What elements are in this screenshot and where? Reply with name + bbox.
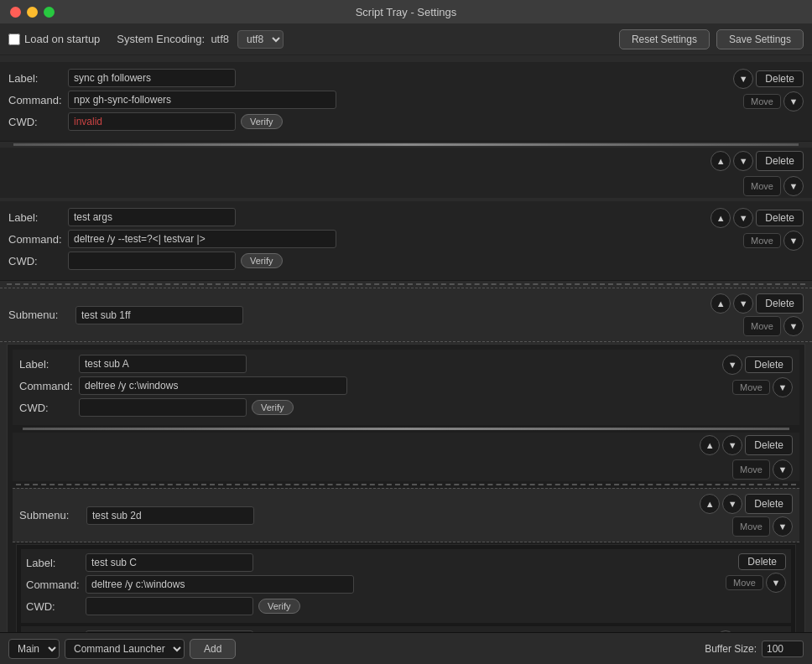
submenu-down-2[interactable]: ▼ (722, 494, 742, 514)
expand-button-1[interactable]: ▼ (783, 91, 804, 112)
cwd-input-1[interactable] (68, 112, 236, 131)
cwd-row-sub-a: CWD: Verify (19, 398, 717, 417)
label-input-sub-a[interactable] (79, 355, 247, 373)
buffer-size-input[interactable] (762, 641, 804, 657)
expand-sub-c[interactable]: ▼ (766, 573, 786, 593)
sep-down-1[interactable]: ▼ (733, 151, 753, 171)
nested-dashed-sep-1 (16, 484, 796, 485)
submenu-move-1[interactable]: Move (743, 316, 781, 336)
main-select[interactable]: Main (8, 639, 60, 659)
command-input-1[interactable] (68, 91, 336, 109)
load-on-startup-label[interactable]: Load on startup (8, 33, 100, 45)
submenu-header-2: Submenu: ▲ ▼ Delete Move ▼ (13, 488, 799, 542)
entry-fields-2: Label: Command: CWD: Verify (8, 208, 705, 273)
buffer-size-label: Buffer Size: (705, 643, 757, 655)
nsep-move-1[interactable]: Move (732, 459, 770, 480)
nsep-down-1[interactable]: ▼ (722, 435, 742, 455)
label-row-sub-c: Label: (26, 553, 721, 572)
encoding-select[interactable]: utf8 (237, 30, 284, 49)
dashed-sep-1 (7, 283, 805, 285)
delete-sub-a[interactable]: Delete (745, 356, 793, 373)
cwd-input-sub-c[interactable] (86, 597, 253, 615)
minimize-button[interactable] (27, 7, 38, 18)
verify-button-sub-c[interactable]: Verify (258, 599, 300, 614)
main-scroll[interactable]: Label: Command: CWD: Verify ▼ Delete Mov… (0, 55, 812, 632)
entry-controls-sub-a: ▼ Delete Move ▼ (722, 355, 793, 397)
controls-top-1: ▼ Delete (733, 69, 804, 89)
command-input-2[interactable] (68, 230, 336, 248)
delete-button-1[interactable]: Delete (756, 70, 804, 87)
submenu-up-1[interactable]: ▲ (710, 293, 731, 314)
nested-sep-controls-1: ▲ ▼ Delete (13, 433, 799, 458)
entry-controls-1: ▼ Delete Move ▼ (733, 69, 804, 112)
submenu-expand-1[interactable]: ▼ (783, 316, 804, 336)
reset-settings-button[interactable]: Reset Settings (619, 29, 710, 49)
submenu-delete-1[interactable]: Delete (756, 293, 804, 314)
command-input-sub-c[interactable] (86, 575, 354, 594)
nested-sep-move-1: Move ▼ (13, 458, 799, 481)
load-on-startup-checkbox[interactable] (8, 34, 20, 45)
nsep-delete-1[interactable]: Delete (745, 435, 793, 455)
separator-1 (7, 143, 805, 146)
command-row-2: Command: (8, 230, 705, 248)
entry-sub-c: Label: Command: CWD: Verify D (21, 549, 791, 623)
sep-delete-1[interactable]: Delete (756, 151, 804, 171)
submenu-delete-2[interactable]: Delete (745, 494, 793, 514)
entry-test-args: Label: Command: CWD: Verify ▲ ▼ Delete M… (0, 201, 812, 281)
expand-button-2[interactable]: ▼ (783, 231, 804, 251)
cwd-input-sub-a[interactable] (79, 398, 247, 417)
up-arrow-2[interactable]: ▲ (710, 208, 731, 228)
label-input-sub-c[interactable] (86, 553, 253, 572)
delete-sub-c[interactable]: Delete (738, 553, 786, 570)
add-button[interactable]: Add (190, 639, 236, 659)
close-button[interactable] (10, 7, 21, 18)
submenu-expand-2[interactable]: ▼ (773, 516, 793, 537)
cwd-input-2[interactable] (68, 252, 236, 270)
down-arrow-sub-a[interactable]: ▼ (722, 355, 742, 375)
nsep-up-1[interactable]: ▲ (700, 435, 720, 455)
sep-up-1[interactable]: ▲ (710, 151, 731, 171)
sep-move-1[interactable]: Move (743, 176, 781, 196)
move-button-1[interactable]: Move (743, 94, 781, 109)
label-input-1[interactable] (68, 69, 236, 87)
sep-move-row-1: Move ▼ (0, 174, 812, 198)
toolbar-right: Reset Settings Save Settings (619, 29, 804, 49)
down-arrow-2[interactable]: ▼ (733, 208, 753, 228)
command-input-sub-a[interactable] (79, 376, 347, 395)
verify-button-1[interactable]: Verify (241, 114, 283, 129)
move-button-2[interactable]: Move (743, 233, 781, 248)
submenu-move-2[interactable]: Move (732, 516, 770, 537)
submenu-down-1[interactable]: ▼ (733, 293, 753, 314)
maximize-button[interactable] (44, 7, 55, 18)
entry-fields-sub-a: Label: Command: CWD: Verify (19, 355, 717, 420)
submenu-input-2[interactable] (86, 506, 254, 525)
sep-expand-1[interactable]: ▼ (783, 176, 804, 196)
delete-button-2[interactable]: Delete (756, 210, 804, 226)
verify-button-2[interactable]: Verify (241, 253, 283, 268)
entry-sub-b: Label: ▲ Delete (21, 626, 791, 632)
submenu-up-2[interactable]: ▲ (700, 494, 720, 514)
sep-controls-row-1: ▲ ▼ Delete (0, 148, 812, 174)
nested-sep-1 (16, 428, 796, 430)
command-row: Command: (8, 91, 728, 109)
entry-sub-a: Label: Command: CWD: Verify ▼ Delete (13, 350, 799, 425)
expand-sub-a[interactable]: ▼ (773, 377, 793, 397)
entry-fields-sub-c: Label: Command: CWD: Verify (26, 553, 721, 619)
traffic-lights (10, 7, 55, 18)
save-settings-button[interactable]: Save Settings (716, 29, 804, 49)
launcher-select[interactable]: Command Launcher (65, 639, 185, 659)
title-bar: Script Tray - Settings (0, 0, 812, 23)
down-arrow-1[interactable]: ▼ (733, 69, 753, 89)
label-row: Label: (8, 69, 728, 87)
submenu-input-1[interactable] (75, 306, 243, 324)
nested-sep-line-1 (23, 428, 789, 430)
nested-1: Label: Command: CWD: Verify ▼ Delete (7, 344, 805, 632)
nsep-expand-1[interactable]: ▼ (773, 459, 793, 480)
label-input-2[interactable] (68, 208, 236, 226)
move-sub-c[interactable]: Move (726, 575, 763, 590)
cwd-row-2: CWD: Verify (8, 252, 705, 270)
controls-top-2: ▲ ▼ Delete (710, 208, 804, 228)
verify-button-sub-a[interactable]: Verify (252, 400, 294, 415)
sep-action-1: ▲ ▼ Delete (710, 151, 804, 171)
move-sub-a[interactable]: Move (732, 380, 770, 395)
